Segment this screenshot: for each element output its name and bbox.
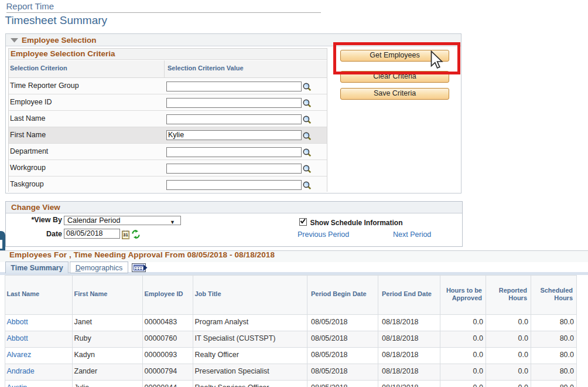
svg-text:31: 31 xyxy=(123,232,128,237)
